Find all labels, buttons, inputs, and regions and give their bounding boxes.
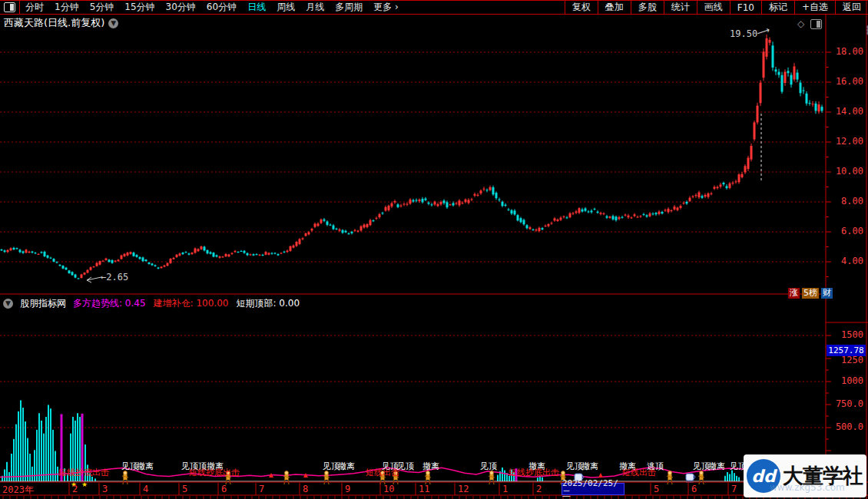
low-price-annotation: ←2.65 [101, 272, 128, 283]
timeline-month-label: 7 [731, 484, 737, 494]
axis-tick-label: 1250 [828, 355, 863, 365]
indicator-field: 短期顶部: 0.00 [236, 297, 300, 310]
signal-label-buy: 短线出击 [622, 467, 656, 478]
indicator-header: ▼ 股朋指标网 多方趋势线: 0.45建增补仓: 100.00短期顶部: 0.0… [3, 297, 300, 310]
quick-link-badge[interactable]: 5榜 [802, 288, 819, 299]
timeline-month-label: 2 [72, 484, 78, 494]
period-tab[interactable]: 日线 [242, 1, 271, 14]
period-tab[interactable]: 30分钟 [161, 1, 201, 14]
timeline-month-label: 4 [143, 484, 148, 494]
timeline-month-label: 2023年 [2, 484, 34, 497]
axis-tick-label: 12.00 [828, 136, 863, 147]
watermark: dd www.zkg53.com 大董学社 [744, 454, 866, 497]
toolbar-button[interactable]: 叠加 [598, 1, 631, 14]
indicator-field: 多方趋势线: 0.45 [73, 297, 146, 310]
toolbar-button[interactable]: 返回 [835, 1, 868, 14]
axis-tick-label: 10.00 [828, 166, 863, 177]
period-tab[interactable]: 周线 [271, 1, 300, 14]
signal-label-top: 撤离 [581, 461, 598, 472]
chart-title-row: 西藏天路(日线.前复权) ▼ [4, 16, 118, 30]
axis-tick-label: 18.00 [828, 46, 863, 57]
signal-label-top: 见顶 [566, 461, 583, 472]
timeline-month-label: 1 [502, 484, 508, 494]
app-window: ★★ 分时1分钟5分钟15分钟30分钟60分钟日线周线月线多周期更多 › 复权叠… [0, 0, 868, 499]
cursor-date-box: 2025/02/25/二 [562, 483, 624, 495]
signal-label-top: 撤离 [422, 461, 439, 472]
timeline-month-label: 5 [654, 484, 659, 494]
timeline-month-label: 10 [383, 484, 394, 494]
axis-tick-label: 14.00 [828, 106, 863, 117]
timeline-month-label: 8 [303, 484, 308, 494]
period-tab[interactable]: 60分钟 [201, 1, 242, 14]
axis-tick-label: 8.00 [828, 196, 863, 207]
signal-label-buy: 短线出击 [366, 467, 399, 478]
quick-link-badges: 涨5榜财 [788, 284, 835, 299]
toolbar-button[interactable]: 复权 [565, 1, 598, 14]
axis-tick-label: 16.00 [828, 76, 863, 87]
quick-link-badge[interactable]: 涨 [788, 288, 800, 299]
timeline-month-label: 11 [419, 484, 429, 494]
layout-toggle-icon[interactable] [4, 2, 15, 12]
timeline-month-label: 2 [536, 484, 542, 494]
signal-label-top: 见顶 [323, 461, 340, 472]
toolbar-button[interactable]: F10 [730, 1, 761, 14]
stock-title: 西藏天路(日线.前复权) [4, 16, 104, 30]
axis-tick-label: 1000 [828, 375, 863, 386]
toolbar-button[interactable]: +自选 [794, 1, 835, 14]
period-tab[interactable]: 月线 [300, 1, 330, 14]
period-tabs: 分时1分钟5分钟15分钟30分钟60分钟日线周线月线多周期更多 › [20, 1, 404, 14]
timeline-month-label: 12 [458, 484, 469, 494]
current-value-box: 1257.78 [827, 345, 866, 356]
period-tab[interactable]: 5分钟 [84, 1, 120, 14]
signal-label-buy: 短线抄底出击 [58, 467, 109, 478]
high-price-annotation: 19.50 [730, 28, 757, 39]
toolbar-button[interactable]: 统计 [664, 1, 697, 14]
signal-label-buy: 短线抄底出击 [189, 467, 240, 478]
signal-label-top: 见顶 [480, 461, 497, 472]
indicator-source: 股朋指标网 [20, 297, 66, 310]
timeline-month-label: 6 [221, 484, 227, 494]
period-tab[interactable]: 分时 [20, 1, 49, 14]
axis-tick-label: 1500 [828, 329, 863, 340]
watermark-text: 大董学社 [783, 462, 863, 490]
signal-label-top: 撤离 [338, 461, 355, 472]
indicator-field: 建增补仓: 100.00 [154, 297, 229, 310]
signal-label-buy: 短线抄底出击 [509, 467, 559, 478]
period-tab[interactable]: 更多 › [368, 1, 404, 14]
axis-tick-label: 6.00 [828, 226, 863, 236]
period-tab[interactable]: 15分钟 [119, 1, 160, 14]
axis-tick-label: 4.00 [828, 256, 863, 266]
period-tab[interactable]: 多周期 [330, 1, 368, 14]
toolbar-button[interactable]: 多股 [631, 1, 664, 14]
signal-label-top: 撤离 [708, 461, 725, 472]
signal-label-top: 见顶 [121, 461, 138, 472]
chart-corner-icons: ◇ [797, 18, 822, 29]
quick-link-badge[interactable]: 财 [821, 288, 833, 299]
timeline-month-label: 9 [345, 484, 350, 494]
axis-tick-label: 750.0 [828, 398, 863, 409]
action-buttons: 复权叠加多股统计画线F10标记+自选返回 [565, 1, 868, 14]
cup-marker-icon [686, 474, 695, 482]
axis-tick-label: 500.0 [828, 421, 863, 432]
toolbar-button[interactable]: 标记 [761, 1, 794, 14]
chevron-down-icon[interactable]: ▼ [3, 299, 13, 309]
signal-label-top: 见顶 [397, 461, 414, 472]
timeline-month-label: 5 [182, 484, 187, 494]
timeline-month-label: 7 [259, 484, 264, 494]
signal-label-top: 撤离 [137, 461, 154, 472]
timeline-month-label: 6 [691, 484, 697, 494]
chevron-down-icon[interactable]: ▼ [108, 18, 118, 28]
period-tab[interactable]: 1分钟 [49, 1, 84, 14]
indicator-values: 多方趋势线: 0.45建增补仓: 100.00短期顶部: 0.00 [73, 297, 300, 310]
toolbar-button[interactable]: 画线 [697, 1, 730, 14]
signal-label-top: 见顶 [693, 461, 710, 472]
chart-canvas[interactable]: ★★ [0, 0, 868, 499]
timeline-month-label: 3 [102, 484, 108, 494]
diamond-icon[interactable]: ◇ [797, 18, 804, 29]
period-toolbar: 分时1分钟5分钟15分钟30分钟60分钟日线周线月线多周期更多 › 复权叠加多股… [0, 0, 868, 15]
panel-toggle-icon[interactable] [810, 19, 822, 29]
